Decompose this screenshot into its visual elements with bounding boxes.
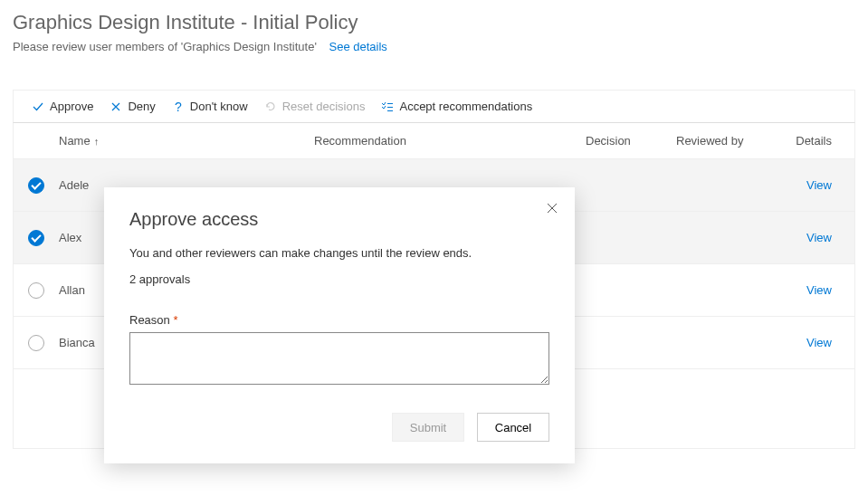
cancel-button[interactable]: Cancel: [477, 413, 549, 442]
dont-know-button[interactable]: ? Don't know: [172, 100, 248, 113]
column-reviewed-by[interactable]: Reviewed by: [676, 134, 776, 148]
list-check-icon: [381, 100, 394, 113]
see-details-link[interactable]: See details: [329, 40, 387, 53]
submit-button[interactable]: Submit: [392, 413, 464, 442]
row-checkbox[interactable]: [28, 282, 44, 299]
column-name-label: Name: [59, 134, 91, 148]
check-icon: [32, 100, 44, 113]
column-name[interactable]: Name ↑: [59, 134, 314, 148]
question-icon: ?: [172, 100, 185, 113]
deny-button[interactable]: Deny: [110, 100, 155, 113]
required-indicator-icon: *: [173, 313, 177, 327]
column-details: Details: [776, 134, 839, 148]
view-link[interactable]: View: [806, 283, 832, 297]
row-checkbox[interactable]: [28, 177, 44, 194]
accept-reco-label: Accept recommendations: [399, 100, 532, 113]
reason-label: Reason: [129, 313, 170, 327]
view-link[interactable]: View: [806, 231, 832, 244]
page-title: Graphics Design Institute - Initial Poli…: [13, 11, 855, 34]
close-button[interactable]: [546, 202, 558, 217]
column-recommendation[interactable]: Recommendation: [314, 134, 586, 148]
reset-label: Reset decisions: [282, 100, 366, 113]
reason-input[interactable]: [129, 332, 549, 385]
x-icon: [110, 100, 122, 113]
view-link[interactable]: View: [806, 336, 832, 349]
dialog-title: Approve access: [129, 209, 549, 230]
deny-label: Deny: [128, 100, 155, 113]
page-subtitle: Please review user members of 'Graphics …: [13, 40, 317, 53]
dont-know-label: Don't know: [190, 100, 248, 113]
row-checkbox[interactable]: [28, 335, 44, 351]
accept-recommendations-button[interactable]: Accept recommendations: [381, 100, 532, 113]
approval-count: 2 approvals: [129, 272, 549, 286]
sort-asc-icon: ↑: [94, 136, 100, 147]
column-decision[interactable]: Decision: [586, 134, 676, 148]
close-icon: [546, 204, 558, 217]
view-link[interactable]: View: [806, 178, 832, 192]
reset-decisions-button: Reset decisions: [264, 100, 366, 113]
approve-access-dialog: Approve access You and other reviewers c…: [104, 187, 575, 463]
action-toolbar: Approve Deny ? Don't know Reset decision…: [13, 90, 855, 123]
reset-icon: [264, 100, 277, 113]
dialog-description: You and other reviewers can make changes…: [129, 246, 549, 260]
table-header: Name ↑ Recommendation Decision Reviewed …: [13, 123, 855, 159]
approve-button[interactable]: Approve: [32, 100, 93, 113]
approve-label: Approve: [50, 100, 93, 113]
row-checkbox[interactable]: [28, 230, 44, 246]
